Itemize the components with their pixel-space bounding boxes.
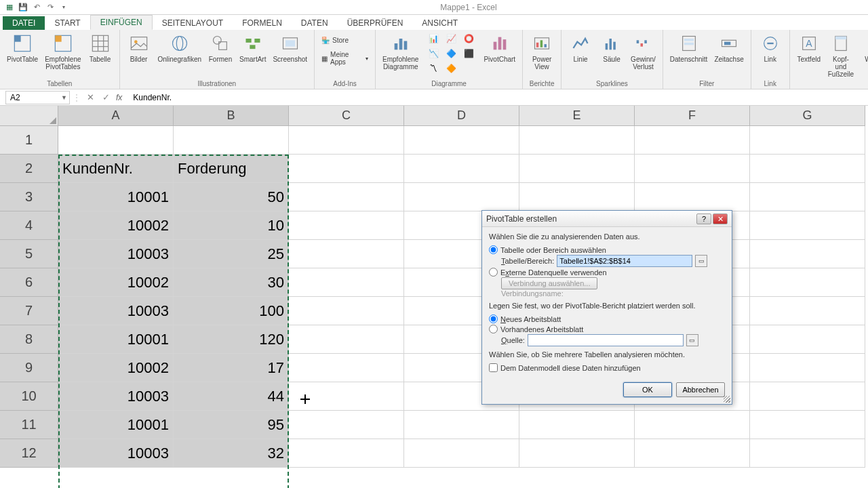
cell[interactable]	[289, 240, 404, 268]
smartart-button[interactable]: SmartArt	[237, 31, 269, 80]
cell[interactable]: 10002	[58, 268, 174, 297]
row-header[interactable]: 11	[0, 411, 58, 439]
cell[interactable]	[404, 439, 519, 468]
hyperlink-button[interactable]: Link	[755, 31, 785, 80]
cell[interactable]	[519, 155, 635, 183]
screenshot-button[interactable]: Screenshot	[270, 31, 310, 80]
cell[interactable]	[289, 155, 404, 183]
chart-type-icon[interactable]: ⭕	[460, 34, 477, 47]
cell[interactable]: 10003	[58, 382, 174, 411]
cell[interactable]	[58, 126, 174, 155]
cell[interactable]: KundenNr.	[58, 155, 174, 183]
column-header[interactable]: B	[174, 106, 289, 126]
chart-type-icon[interactable]: 📈	[443, 34, 459, 47]
undo-icon[interactable]: ↶	[31, 2, 42, 13]
help-button[interactable]: ?	[696, 214, 711, 224]
shapes-button[interactable]: Formen	[205, 31, 235, 80]
cell[interactable]	[750, 155, 865, 183]
recommended-pivottables-button[interactable]: Empfohlene PivotTables	[42, 31, 83, 80]
cell[interactable]: 17	[174, 354, 289, 382]
store-button[interactable]: 🏪Store	[319, 35, 351, 45]
cell[interactable]: 95	[174, 411, 289, 439]
row-header[interactable]: 5	[0, 240, 58, 268]
cell[interactable]	[404, 411, 519, 439]
collapse-dialog-icon[interactable]: ▭	[686, 334, 698, 346]
column-header[interactable]: C	[289, 106, 404, 126]
fx-icon[interactable]: fx	[116, 93, 122, 102]
select-all-corner[interactable]	[0, 106, 58, 126]
name-box[interactable]: A2▼	[5, 91, 70, 104]
online-pictures-button[interactable]: Onlinegrafiken	[155, 31, 204, 80]
cell[interactable]	[750, 382, 865, 411]
cell[interactable]: 10003	[58, 439, 174, 468]
dialog-titlebar[interactable]: PivotTable erstellen ? ✕	[482, 211, 732, 227]
tab-formeln[interactable]: FORMELN	[233, 16, 292, 30]
cell[interactable]	[750, 126, 865, 155]
cell[interactable]	[750, 211, 865, 240]
cell[interactable]	[750, 411, 865, 439]
column-header[interactable]: A	[58, 106, 174, 126]
cell[interactable]: 100	[174, 297, 289, 325]
save-icon[interactable]: 💾	[18, 2, 28, 13]
cell[interactable]: Forderung	[174, 155, 289, 183]
collapse-dialog-icon[interactable]: ▭	[695, 255, 707, 267]
cell[interactable]: 10002	[58, 211, 174, 240]
cell[interactable]	[635, 155, 750, 183]
cell[interactable]	[750, 183, 865, 211]
cell[interactable]	[635, 439, 750, 468]
row-header[interactable]: 12	[0, 439, 58, 468]
row-header[interactable]: 3	[0, 183, 58, 211]
cell[interactable]	[404, 155, 519, 183]
cell[interactable]	[519, 126, 635, 155]
range-input[interactable]	[557, 255, 692, 267]
sparkline-winloss-button[interactable]: Gewinn/ Verlust	[628, 31, 658, 80]
cell[interactable]: 50	[174, 183, 289, 211]
option-existing-sheet[interactable]: Vorhandenes Arbeitsblatt	[489, 324, 725, 334]
row-header[interactable]: 8	[0, 325, 58, 354]
cell[interactable]	[635, 126, 750, 155]
qat-dropdown-icon[interactable]: ▾	[58, 2, 69, 13]
chevron-down-icon[interactable]: ▼	[61, 94, 69, 101]
chart-type-icon[interactable]: 🔷	[443, 49, 459, 62]
textbox-button[interactable]: ATextfeld	[794, 31, 824, 87]
resize-grip-icon[interactable]	[724, 396, 730, 403]
row-header[interactable]: 1	[0, 126, 58, 155]
cell[interactable]	[635, 411, 750, 439]
chart-type-icon[interactable]: 📉	[425, 49, 441, 62]
checkbox-datamodel[interactable]: Dem Datenmodell diese Daten hinzufügen	[489, 363, 725, 373]
sparkline-column-button[interactable]: Säule	[597, 31, 627, 80]
option-new-sheet[interactable]: Neues Arbeitsblatt	[489, 314, 725, 324]
option-external-data[interactable]: Externe Datenquelle verwenden	[489, 267, 725, 277]
cell[interactable]	[404, 183, 519, 211]
chart-type-icon[interactable]: 🔶	[443, 64, 459, 77]
timeline-button[interactable]: Zeitachse	[711, 31, 746, 80]
location-input[interactable]	[528, 334, 684, 346]
enter-formula-icon[interactable]: ✓	[100, 92, 112, 102]
cancel-button[interactable]: Abbrechen	[676, 382, 725, 397]
chart-type-icon[interactable]: ⬛	[460, 49, 477, 62]
cell[interactable]: 10	[174, 211, 289, 240]
cell[interactable]: 10001	[58, 325, 174, 354]
cell[interactable]: 44	[174, 382, 289, 411]
cell[interactable]	[289, 268, 404, 297]
cell[interactable]	[289, 297, 404, 325]
cell[interactable]: 30	[174, 268, 289, 297]
redo-icon[interactable]: ↷	[45, 2, 56, 13]
row-header[interactable]: 6	[0, 268, 58, 297]
cell[interactable]	[289, 126, 404, 155]
column-header[interactable]: D	[404, 106, 519, 126]
cell[interactable]	[289, 439, 404, 468]
recommended-charts-button[interactable]: Empfohlene Diagramme	[380, 31, 421, 80]
header-footer-button[interactable]: Kopf- und Fußzeile	[825, 31, 856, 87]
cell[interactable]	[750, 297, 865, 325]
cell[interactable]	[519, 411, 635, 439]
cell[interactable]: 25	[174, 240, 289, 268]
tab-ansicht[interactable]: ANSICHT	[412, 16, 467, 30]
spreadsheet-grid[interactable]: ABCDEFG 123456789101112 KundenNr.Forderu…	[0, 106, 868, 488]
cell[interactable]	[750, 268, 865, 297]
row-header[interactable]: 7	[0, 297, 58, 325]
option-table-range[interactable]: Tabelle oder Bereich auswählen	[489, 245, 725, 255]
chart-type-icon[interactable]: 📊	[425, 34, 441, 47]
cell[interactable]: 10003	[58, 297, 174, 325]
tab-seitenlayout[interactable]: SEITENLAYOUT	[153, 16, 233, 30]
